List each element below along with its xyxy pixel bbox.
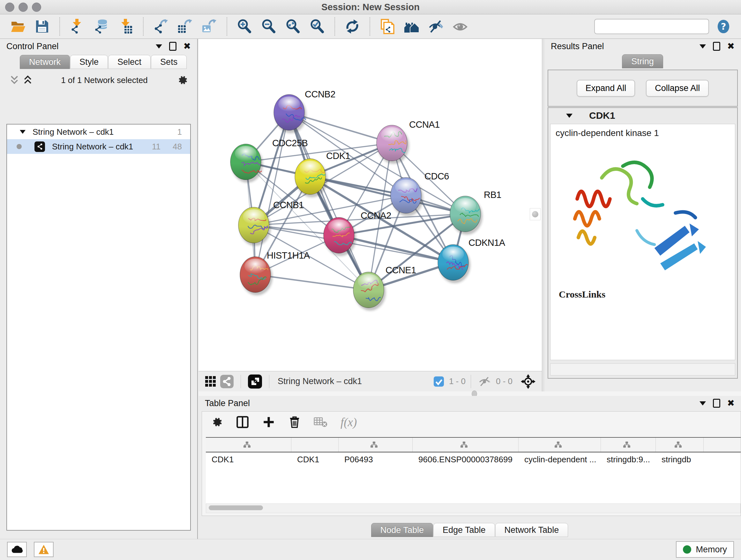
memory-button[interactable]: Memory [676, 541, 734, 558]
zoom-out-icon[interactable] [259, 17, 278, 36]
collapse-panel-icon[interactable] [156, 44, 162, 49]
table-cell[interactable]: CDK1 [206, 455, 291, 464]
results-scrollbar[interactable] [550, 363, 735, 375]
table-cell[interactable]: cyclin-dependent ... [519, 455, 601, 464]
add-column-icon[interactable] [262, 415, 275, 429]
network-options-gear-icon[interactable] [176, 74, 188, 86]
export-network-icon[interactable] [151, 17, 171, 36]
export-image-icon[interactable] [200, 17, 219, 36]
table-cell[interactable]: P06493 [339, 455, 413, 464]
tab-node-table[interactable]: Node Table [371, 523, 433, 537]
import-network-file-icon[interactable] [68, 17, 87, 36]
new-network-from-selection-icon[interactable] [378, 17, 397, 36]
fit-selected-target-icon[interactable] [521, 374, 536, 389]
expand-all-button[interactable]: Expand All [577, 80, 635, 97]
network-node-CCNA2[interactable] [324, 217, 354, 253]
collapse-all-button[interactable]: Collapse All [646, 80, 709, 97]
network-node-CCNA1[interactable] [377, 125, 407, 161]
table-panel-header: Table Panel ✖ [199, 396, 741, 411]
tab-network[interactable]: Network [20, 55, 70, 69]
float-panel-icon[interactable] [713, 399, 720, 408]
table-cell[interactable]: 9606.ENSP00000378699 [413, 455, 519, 464]
selected-checkbox-icon[interactable] [434, 376, 444, 387]
gene-section-header[interactable]: CDK1 [548, 108, 737, 123]
network-node-CDC6[interactable] [391, 178, 421, 213]
table-cell[interactable]: stringdb [656, 455, 704, 464]
tree-collapse-icon[interactable] [20, 130, 25, 134]
table-cell[interactable]: stringdb:9... [601, 455, 656, 464]
tab-sets[interactable]: Sets [151, 55, 187, 69]
tab-edge-table[interactable]: Edge Table [433, 523, 495, 537]
column-header-@id[interactable] [601, 438, 656, 452]
scrollbar-thumb[interactable] [209, 505, 263, 510]
node-table[interactable]: CDK1CDK1P064939606.ENSP00000378699cyclin… [206, 437, 741, 504]
apply-layout-icon[interactable] [343, 17, 362, 36]
group-nodes-icon[interactable] [402, 17, 421, 36]
collapse-panel-icon[interactable] [699, 401, 706, 406]
network-node-RB1[interactable] [450, 196, 481, 232]
tab-style[interactable]: Style [70, 55, 108, 69]
cloud-status-button[interactable] [7, 542, 27, 557]
close-panel-icon[interactable]: ✖ [184, 43, 191, 50]
open-session-icon[interactable] [8, 17, 27, 36]
warning-status-button[interactable] [34, 542, 54, 557]
save-session-icon[interactable] [32, 17, 52, 36]
collection-name: String Network – cdk1 [32, 127, 114, 137]
control-panel-title: Control Panel [6, 42, 59, 51]
search-input[interactable] [598, 21, 706, 32]
table-options-gear-icon[interactable] [210, 416, 223, 428]
float-panel-icon[interactable] [169, 42, 177, 51]
tab-network-table[interactable]: Network Table [495, 523, 568, 537]
table-cell[interactable]: CDK1 [291, 455, 339, 464]
close-panel-icon[interactable]: ✖ [727, 43, 735, 50]
network-collection-row[interactable]: String Network – cdk1 1 [7, 125, 190, 139]
network-row-selected[interactable]: String Network – cdk1 11 48 [7, 139, 190, 154]
column-header-database-identifier[interactable] [413, 438, 519, 452]
tab-string[interactable]: String [622, 54, 663, 68]
close-panel-icon[interactable]: ✖ [727, 400, 735, 407]
hide-selected-icon[interactable] [426, 17, 446, 36]
zoom-selected-icon[interactable] [308, 17, 327, 36]
node-label-HIST1H1A: HIST1H1A [267, 250, 310, 260]
collapse-all-icon[interactable] [10, 75, 19, 85]
gene-collapse-icon[interactable] [566, 114, 572, 118]
horizontal-splitter[interactable] [199, 391, 741, 396]
network-node-HIST1H1A[interactable] [240, 257, 271, 293]
grid-view-icon[interactable] [205, 376, 216, 387]
show-columns-icon[interactable] [236, 415, 249, 429]
search-field[interactable] [594, 19, 709, 34]
import-network-database-icon[interactable] [92, 17, 111, 36]
column-header-name[interactable] [291, 438, 339, 452]
table-toolbar: f(x) [202, 412, 741, 433]
column-header-description[interactable] [519, 438, 601, 452]
network-node-CDKN1A[interactable] [438, 245, 468, 280]
help-icon[interactable]: ? [716, 18, 731, 35]
collapse-panel-icon[interactable] [699, 44, 706, 49]
zoom-fit-icon[interactable] [283, 17, 302, 36]
network-node-CDK1[interactable] [295, 159, 326, 194]
table-row[interactable]: CDK1CDK1P064939606.ENSP00000378699cyclin… [206, 452, 741, 466]
import-table-file-icon[interactable] [116, 17, 135, 36]
column-header-canonical-name[interactable] [339, 438, 413, 452]
column-header-shared-name[interactable] [206, 438, 291, 452]
node-label-CDKN1A: CDKN1A [468, 238, 506, 248]
table-horizontal-scrollbar[interactable] [206, 503, 741, 513]
network-view-title: String Network – cdk1 [278, 376, 362, 386]
tab-select[interactable]: Select [108, 55, 151, 69]
splitter-collapse-handle[interactable] [530, 208, 541, 220]
float-panel-icon[interactable] [713, 42, 720, 51]
export-table-icon[interactable] [176, 17, 195, 36]
zoom-in-icon[interactable] [235, 17, 254, 36]
show-all-icon[interactable] [451, 17, 470, 36]
network-node-CCNB1[interactable] [239, 207, 269, 243]
column-header-namespace[interactable] [656, 438, 704, 452]
network-node-CCNE1[interactable] [353, 272, 384, 308]
network-canvas[interactable]: CCNB2 CCNA1 CDC25B CDK1 CDC6 RB1 CCNB1 C… [199, 39, 542, 371]
network-thumbnail-icon[interactable] [220, 375, 233, 388]
network-view[interactable]: CCNB2 CCNA1 CDC25B CDK1 CDC6 RB1 CCNB1 C… [199, 39, 542, 391]
delete-column-icon[interactable] [288, 415, 301, 429]
gene-section: CDK1 cyclin-dependent kinase 1 [548, 107, 738, 379]
birds-eye-view-icon[interactable] [248, 374, 262, 388]
toolbar-separator [334, 17, 335, 36]
expand-all-icon[interactable] [23, 75, 32, 85]
